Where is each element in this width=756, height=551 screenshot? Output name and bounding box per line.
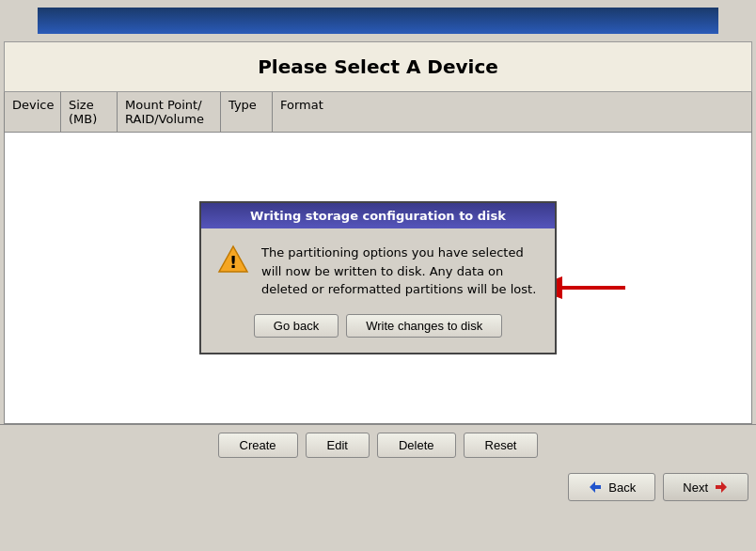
next-button[interactable]: Next: [663, 473, 748, 501]
content-area: Writing storage configuration to disk ! …: [4, 133, 752, 424]
col-device: Device: [5, 92, 61, 132]
write-changes-button[interactable]: Write changes to disk: [346, 314, 502, 338]
dialog-buttons: Go back Write changes to disk: [201, 314, 555, 353]
edit-button[interactable]: Edit: [306, 433, 370, 458]
svg-marker-5: [716, 481, 727, 493]
col-size: Size(MB): [61, 92, 118, 132]
dialog-body: ! The partitioning options you have sele…: [201, 228, 555, 314]
top-bar: [38, 8, 718, 34]
back-icon: [588, 480, 603, 495]
col-format: Format: [273, 92, 329, 132]
svg-text:!: !: [229, 252, 237, 272]
warning-icon: !: [216, 244, 250, 277]
svg-marker-4: [590, 481, 601, 493]
dialog: Writing storage configuration to disk ! …: [199, 201, 557, 354]
next-icon: [714, 480, 729, 495]
dialog-title: Writing storage configuration to disk: [201, 203, 555, 228]
col-type: Type: [221, 92, 273, 132]
title-area: Please Select A Device: [4, 41, 752, 92]
go-back-button[interactable]: Go back: [254, 314, 339, 338]
arrow-indicator: [555, 271, 630, 305]
table-header: Device Size(MB) Mount Point/RAID/Volume …: [4, 92, 752, 133]
back-button[interactable]: Back: [568, 473, 655, 501]
nav-bar: Back Next: [0, 465, 756, 509]
reset-button[interactable]: Reset: [464, 433, 539, 458]
dialog-overlay: Writing storage configuration to disk ! …: [5, 133, 751, 423]
col-mount: Mount Point/RAID/Volume: [118, 92, 221, 132]
toolbar: Create Edit Delete Reset: [0, 424, 756, 465]
create-button[interactable]: Create: [218, 433, 298, 458]
delete-button[interactable]: Delete: [377, 433, 456, 458]
page-title: Please Select A Device: [18, 55, 738, 78]
dialog-message: The partitioning options you have select…: [261, 244, 540, 299]
